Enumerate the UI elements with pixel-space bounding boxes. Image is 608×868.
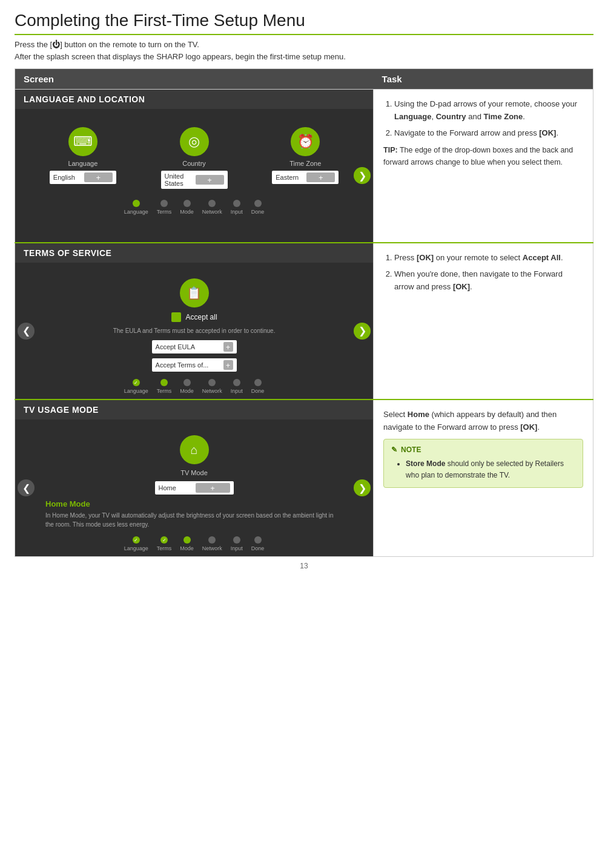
screen-header-3: TV USAGE MODE (15, 400, 373, 419)
country-plus[interactable]: + (196, 175, 224, 185)
task-cell-2: Press [OK] on your remote to select Acce… (374, 243, 593, 399)
home-mode-title: Home Mode (45, 499, 343, 508)
accept-all-row: Accept all (171, 312, 217, 322)
progress-dot-network-3 (208, 536, 216, 544)
table-row-1: LANGUAGE AND LOCATION ❯ ⌨ Language Engli… (15, 90, 593, 243)
country-item: ◎ Country United States + (139, 127, 250, 189)
accept-all-checkbox[interactable] (171, 312, 181, 322)
usage-content: ⌂ TV Mode Home + Home Mode In Home Mode,… (21, 428, 367, 531)
accept-eula-dropdown[interactable]: Accept EULA + (152, 340, 237, 353)
task-step-1-2: Navigate to the Forward arrow and press … (394, 127, 583, 140)
progress-language-3: ✓ Language (124, 536, 148, 551)
timezone-dropdown[interactable]: Eastern + (272, 171, 339, 184)
progress-dot-mode-2 (183, 379, 191, 386)
tv-mode-dropdown[interactable]: Home + (155, 481, 234, 495)
accept-terms-plus[interactable]: + (223, 360, 233, 370)
back-arrow-3[interactable]: ❮ (18, 479, 35, 496)
timezone-item: ⏰ Time Zone Eastern + (249, 127, 361, 184)
note-icon: ✎ (391, 444, 397, 456)
progress-done-3: Done (251, 536, 265, 551)
progress-bar-1: Language Terms Mode (21, 195, 367, 220)
forward-arrow-2[interactable]: ❯ (354, 323, 371, 340)
task-cell-1: Using the D-pad arrows of your remote, c… (374, 90, 593, 243)
terms-content: 📋 Accept all The EULA and Terms must be … (21, 271, 367, 374)
table-row-3: TV USAGE MODE ❮ ❯ ⌂ TV Mode Home + (15, 399, 593, 557)
language-icon: ⌨ (68, 127, 97, 156)
screen-body-1: ❯ ⌨ Language English + ◎ (15, 109, 373, 242)
progress-dot-done (254, 200, 262, 207)
progress-input-3: Input (231, 536, 243, 551)
language-label: Language (68, 160, 97, 167)
timezone-icon: ⏰ (291, 127, 320, 156)
progress-dot-mode-3 (183, 536, 191, 544)
progress-dot-input (233, 200, 240, 207)
task-text-3: Select Home (which appears by default) a… (383, 409, 583, 434)
progress-dot-network (208, 200, 216, 207)
screen-cell-2: TERMS OF SERVICE ❮ ❯ 📋 Accept all The EU… (15, 243, 374, 399)
tv-mode-plus[interactable]: + (196, 483, 230, 493)
tip-box-1: TIP: The edge of the drop-down boxes and… (383, 144, 583, 168)
screen-panel-2: TERMS OF SERVICE ❮ ❯ 📋 Accept all The EU… (15, 243, 373, 399)
language-item: ⌨ Language English + (27, 127, 139, 184)
country-label: Country (182, 160, 206, 167)
progress-done-2: Done (251, 379, 265, 394)
country-dropdown[interactable]: United States + (161, 171, 228, 189)
note-label: NOTE (401, 444, 421, 456)
note-bullet: Store Mode should only be selected by Re… (406, 458, 575, 481)
progress-network: Network (202, 200, 222, 215)
progress-dot-network-2 (208, 379, 216, 386)
main-table: Screen Task LANGUAGE AND LOCATION ❯ ⌨ La… (15, 68, 593, 557)
lang-loc-content: ⌨ Language English + ◎ Country (21, 117, 367, 195)
progress-dot-language-2: ✓ (133, 379, 140, 386)
progress-terms-3: ✓ Terms (157, 536, 172, 551)
page-number: 13 (15, 562, 593, 570)
tv-mode-label: TV Mode (180, 469, 208, 476)
progress-dot-terms (160, 200, 168, 207)
eula-notice: The EULA and Terms must be accepted in o… (113, 327, 276, 335)
screen-panel-3: TV USAGE MODE ❮ ❯ ⌂ TV Mode Home + (15, 400, 373, 556)
screen-body-2: ❮ ❯ 📋 Accept all The EULA and Terms must… (15, 263, 373, 399)
progress-input-2: Input (231, 379, 243, 394)
screen-cell-1: LANGUAGE AND LOCATION ❯ ⌨ Language Engli… (15, 90, 374, 243)
home-mode-desc: In Home Mode, your TV will automatically… (45, 511, 343, 529)
accept-all-label: Accept all (186, 313, 217, 321)
progress-dot-done-3 (254, 536, 262, 544)
timezone-plus[interactable]: + (306, 173, 335, 182)
intro-text: Press the [⏻] button on the remote to tu… (15, 39, 593, 62)
progress-dot-input-3 (233, 536, 240, 544)
progress-dot-language-3: ✓ (133, 536, 140, 544)
accept-terms-label: Accept Terms of... (156, 361, 209, 369)
screen-header-2: TERMS OF SERVICE (15, 243, 373, 263)
col-header-task: Task (374, 69, 593, 90)
forward-arrow-1[interactable]: ❯ (354, 167, 371, 184)
home-mode-section: Home Mode In Home Mode, your TV will aut… (39, 499, 349, 529)
progress-dot-input-2 (233, 379, 240, 386)
task-steps-1: Using the D-pad arrows of your remote, c… (383, 98, 583, 139)
accept-terms-dropdown[interactable]: Accept Terms of... + (152, 358, 237, 372)
tv-mode-value: Home (159, 484, 193, 492)
forward-arrow-3[interactable]: ❯ (354, 479, 371, 496)
progress-dot-done-2 (254, 379, 262, 386)
progress-bar-3: ✓ Language ✓ Terms Mode (21, 531, 367, 556)
progress-dot-mode (183, 200, 191, 207)
task-step-2-2: When you're done, then navigate to the F… (394, 268, 583, 294)
screen-header-1: LANGUAGE AND LOCATION (15, 90, 373, 109)
timezone-label: Time Zone (289, 160, 321, 167)
task-step-2-1: Press [OK] on your remote to select Acce… (394, 252, 583, 265)
progress-dot-language (133, 200, 140, 207)
back-arrow-2[interactable]: ❮ (18, 323, 35, 340)
progress-input: Input (231, 200, 243, 215)
tv-mode-icon: ⌂ (180, 435, 209, 464)
language-dropdown[interactable]: English + (50, 171, 116, 184)
accept-eula-plus[interactable]: + (223, 342, 233, 352)
language-value: English (53, 174, 82, 181)
table-row-2: TERMS OF SERVICE ❮ ❯ 📋 Accept all The EU… (15, 243, 593, 399)
progress-bar-2: ✓ Language Terms Mode (21, 374, 367, 399)
progress-mode: Mode (180, 200, 194, 215)
task-cell-3: Select Home (which appears by default) a… (374, 399, 593, 557)
note-content: Store Mode should only be selected by Re… (391, 458, 575, 481)
country-icon: ◎ (180, 127, 209, 156)
progress-language-2: ✓ Language (124, 379, 148, 394)
language-plus[interactable]: + (84, 173, 113, 182)
progress-network-2: Network (202, 379, 222, 394)
